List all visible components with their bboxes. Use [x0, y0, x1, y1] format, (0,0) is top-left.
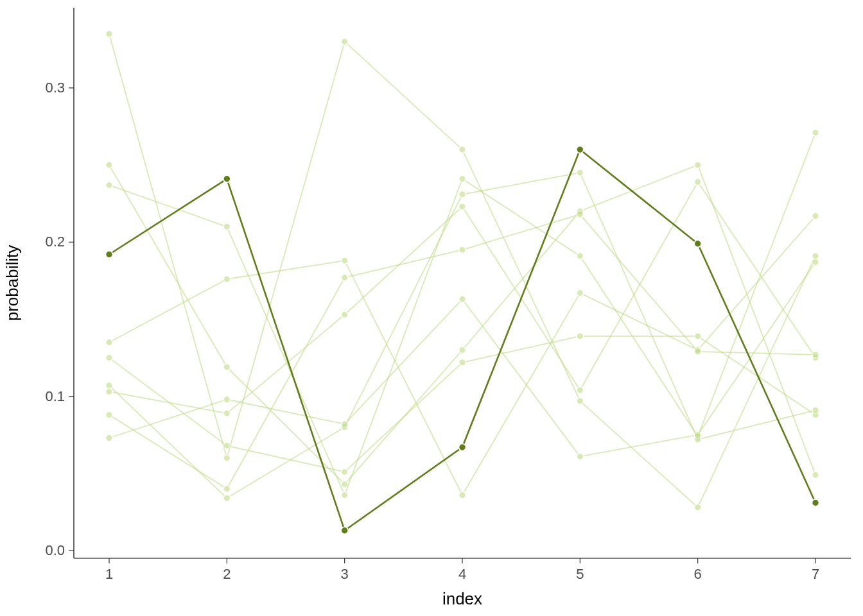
data-point [459, 346, 466, 353]
data-point [694, 504, 701, 510]
data-point [106, 354, 112, 361]
data-point [106, 182, 112, 188]
data-point [106, 31, 112, 37]
svg-rect-0 [0, 0, 863, 616]
y-tick-label: 0.0 [45, 542, 65, 558]
data-point [812, 407, 819, 413]
data-point [694, 348, 701, 355]
data-point [459, 176, 466, 182]
data-point [341, 311, 347, 318]
chart-svg: 12345670.00.10.20.3indexprobability [0, 0, 863, 616]
data-point [694, 240, 701, 247]
data-point [459, 246, 466, 253]
data-point [341, 527, 348, 534]
y-tick-label: 0.2 [45, 234, 65, 250]
data-point [223, 495, 230, 501]
data-point [223, 276, 230, 282]
data-point [812, 253, 819, 259]
data-point [106, 162, 112, 168]
data-point [577, 333, 583, 339]
y-tick-label: 0.1 [45, 388, 65, 404]
data-point [106, 382, 112, 389]
data-point [577, 253, 583, 259]
data-point [106, 339, 112, 345]
data-point [223, 175, 231, 182]
data-point [577, 169, 583, 176]
x-tick-label: 2 [223, 566, 231, 582]
data-point [577, 289, 583, 296]
data-point [459, 203, 466, 210]
x-tick-label: 1 [105, 566, 113, 582]
data-point [812, 499, 819, 506]
data-point [459, 191, 466, 198]
x-tick-label: 3 [341, 566, 349, 582]
data-point [694, 178, 701, 185]
data-point [812, 352, 819, 358]
data-point [341, 492, 347, 498]
x-tick-label: 6 [694, 566, 702, 582]
data-point [341, 257, 347, 264]
data-point [223, 223, 230, 230]
data-point [341, 38, 347, 45]
data-point [812, 212, 819, 219]
data-point [223, 364, 230, 370]
data-point [341, 468, 347, 475]
data-point [577, 211, 583, 218]
data-point [694, 162, 701, 168]
data-point [106, 434, 112, 441]
data-point [223, 410, 230, 416]
data-point [812, 259, 819, 265]
data-point [459, 492, 466, 498]
data-point [577, 146, 584, 153]
data-point [106, 388, 112, 395]
data-point [223, 455, 230, 461]
data-point [694, 333, 701, 339]
data-point [459, 443, 466, 450]
x-tick-label: 7 [812, 566, 819, 582]
data-point [106, 411, 112, 418]
data-point [812, 129, 819, 135]
data-point [106, 251, 113, 258]
data-point [459, 146, 466, 153]
data-point [459, 296, 466, 302]
data-point [341, 481, 347, 487]
data-point [341, 274, 347, 280]
x-axis-title: index [442, 589, 482, 608]
x-tick-label: 4 [458, 566, 466, 582]
data-point [223, 396, 230, 402]
data-point [577, 453, 583, 459]
data-point [341, 421, 347, 427]
x-tick-label: 5 [576, 566, 584, 582]
y-tick-label: 0.3 [45, 80, 65, 96]
line-chart: 12345670.00.10.20.3indexprobability [0, 0, 863, 616]
data-point [459, 359, 466, 366]
data-point [694, 432, 701, 438]
data-point [223, 442, 230, 449]
y-axis-title: probability [3, 245, 22, 321]
data-point [812, 472, 819, 478]
data-point [577, 387, 583, 393]
data-point [223, 486, 230, 492]
data-point [577, 398, 583, 404]
